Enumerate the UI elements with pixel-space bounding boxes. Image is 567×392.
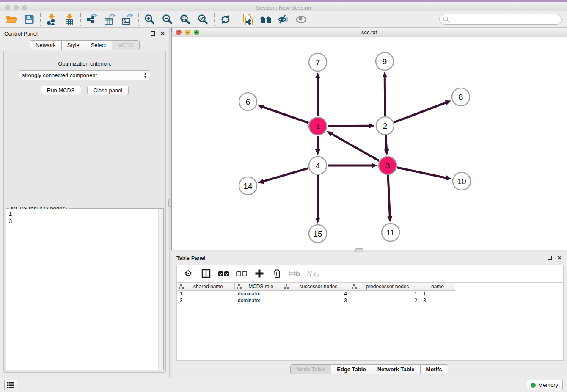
cell-MCDS-role[interactable]: dominator <box>235 298 282 304</box>
open-folder-icon[interactable] <box>3 12 20 27</box>
tab-node-table[interactable]: Node Table <box>290 364 331 374</box>
network-window-titlebar[interactable]: × − + scc.txt <box>172 28 567 37</box>
home-layout-icon[interactable] <box>257 12 275 27</box>
edge-2-3[interactable] <box>385 135 386 150</box>
tab-mcds[interactable]: MCDS <box>112 40 140 50</box>
column-header-successor-nodes[interactable]: successor nodes <box>282 283 350 291</box>
close-panel-icon[interactable]: ✕ <box>557 256 562 260</box>
refresh-view-icon[interactable] <box>217 12 234 27</box>
run-mcds-button[interactable]: Run MCDS <box>41 86 81 95</box>
network-view-title: scc.txt <box>172 29 567 36</box>
cell-predecessor-nodes[interactable]: 2 <box>350 298 420 304</box>
clone-network-icon[interactable] <box>239 12 257 27</box>
cell-name[interactable]: 1 <box>420 291 455 298</box>
edge-2-9[interactable] <box>385 77 385 116</box>
column-header-name[interactable]: name <box>420 283 455 291</box>
hide-selected-eye-icon[interactable] <box>275 12 292 27</box>
node-table[interactable]: shared nameMCDS rolesuccessor nodesprede… <box>176 282 564 361</box>
edge-4-14[interactable] <box>263 168 308 181</box>
optimization-criterion-select[interactable]: strongly connected component ▲▼ <box>19 70 150 80</box>
node-label-7: 7 <box>316 58 320 67</box>
list-icon <box>7 382 14 388</box>
mcds-result-text[interactable]: 13 <box>6 209 158 370</box>
node-label-10: 10 <box>457 177 466 186</box>
function-builder-icon: f(x) <box>305 266 321 281</box>
cell-MCDS-role[interactable]: dominator <box>235 291 282 298</box>
import-network-icon[interactable] <box>43 12 61 27</box>
select-stepper-icon: ▲▼ <box>143 72 147 79</box>
zoom-in-icon[interactable] <box>141 12 159 27</box>
toolbar-separator <box>237 13 237 26</box>
node-label-3: 3 <box>385 161 390 170</box>
column-tree-icon <box>352 284 357 289</box>
node-label-1: 1 <box>316 122 320 131</box>
show-all-eye-icon[interactable] <box>292 12 310 27</box>
table-options-gear-icon[interactable]: ⚙ <box>180 266 196 281</box>
edge-1-2[interactable] <box>328 126 369 126</box>
column-tree-icon <box>237 284 242 289</box>
cell-predecessor-nodes[interactable]: 1 <box>350 291 420 298</box>
column-header-shared-name[interactable]: shared name <box>177 283 235 291</box>
mcds-result-scrollbar[interactable] <box>158 209 163 370</box>
export-table-icon[interactable] <box>101 12 118 27</box>
float-panel-icon[interactable] <box>151 31 155 36</box>
optimization-criterion-label: Optimization criterion: <box>4 61 165 67</box>
add-row-icon[interactable] <box>251 266 267 281</box>
zoom-selected-icon[interactable] <box>194 12 212 27</box>
memory-button[interactable]: Memory <box>526 380 563 390</box>
edge-3-10[interactable] <box>397 168 446 178</box>
show-column-icon[interactable] <box>198 266 214 281</box>
memory-label: Memory <box>538 382 558 388</box>
graph-edges <box>263 77 446 218</box>
tab-network[interactable]: Network <box>30 40 61 50</box>
task-history-button[interactable] <box>4 380 17 390</box>
control-panel-title: Control Panel <box>4 30 38 37</box>
search-input[interactable] <box>439 14 562 25</box>
export-network-icon[interactable] <box>83 12 101 27</box>
main-toolbar <box>0 11 567 28</box>
mcds-panel: Optimization criterion: strongly connect… <box>3 51 166 373</box>
cell-successor-nodes[interactable]: 4 <box>282 291 350 298</box>
tab-network-table[interactable]: Network Table <box>372 364 420 374</box>
cell-name[interactable]: 3 <box>420 298 455 304</box>
edge-2-8[interactable] <box>394 102 446 122</box>
unselect-all-checkboxes-icon[interactable] <box>234 266 250 281</box>
edge-1-6[interactable] <box>263 107 308 123</box>
table-row[interactable]: 1dominator411 <box>177 291 563 298</box>
zoom-fit-icon[interactable] <box>176 12 194 27</box>
node-label-11: 11 <box>386 228 395 237</box>
table-panel-title: Table Panel <box>176 255 205 261</box>
edge-3-11[interactable] <box>388 175 390 217</box>
splitter-grip[interactable] <box>355 248 363 252</box>
table-panel: Table Panel ✕ ⚙ f(x) shared nameMCDS rol… <box>171 252 567 378</box>
cell-shared-name[interactable]: 3 <box>177 298 235 304</box>
tab-edge-table[interactable]: Edge Table <box>331 364 371 374</box>
tab-motifs[interactable]: Motifs <box>420 364 448 374</box>
node-label-9: 9 <box>383 57 387 66</box>
import-table-icon[interactable] <box>61 12 78 27</box>
edge-3-1[interactable] <box>331 134 379 161</box>
tab-select[interactable]: Select <box>85 40 112 50</box>
tab-style[interactable]: Style <box>61 40 85 50</box>
control-panel-tabs: NetworkStyleSelectMCDS <box>0 40 169 50</box>
float-panel-icon[interactable] <box>548 256 552 260</box>
network-canvas[interactable]: 7968124314101511 <box>172 38 567 250</box>
column-header-predecessor-nodes[interactable]: predecessor nodes <box>350 283 420 291</box>
node-label-4: 4 <box>316 161 320 170</box>
close-panel-icon[interactable]: ✕ <box>160 31 165 36</box>
table-header-row[interactable]: shared nameMCDS rolesuccessor nodesprede… <box>177 283 563 291</box>
save-session-icon[interactable] <box>20 12 38 27</box>
export-image-icon[interactable] <box>118 12 136 27</box>
cell-successor-nodes[interactable]: 3 <box>282 298 350 304</box>
close-panel-button[interactable]: Close panel <box>87 86 129 95</box>
column-tree-icon <box>284 284 289 289</box>
column-header-MCDS-role[interactable]: MCDS role <box>235 283 282 291</box>
node-label-8: 8 <box>459 93 463 102</box>
toolbar-separator <box>80 13 81 26</box>
zoom-out-icon[interactable] <box>159 12 176 27</box>
cell-shared-name[interactable]: 1 <box>177 291 235 298</box>
node-label-2: 2 <box>383 121 388 130</box>
table-row[interactable]: 3dominator323 <box>177 298 563 304</box>
select-all-checkboxes-icon[interactable] <box>216 266 232 281</box>
delete-row-trash-icon[interactable] <box>269 266 285 281</box>
